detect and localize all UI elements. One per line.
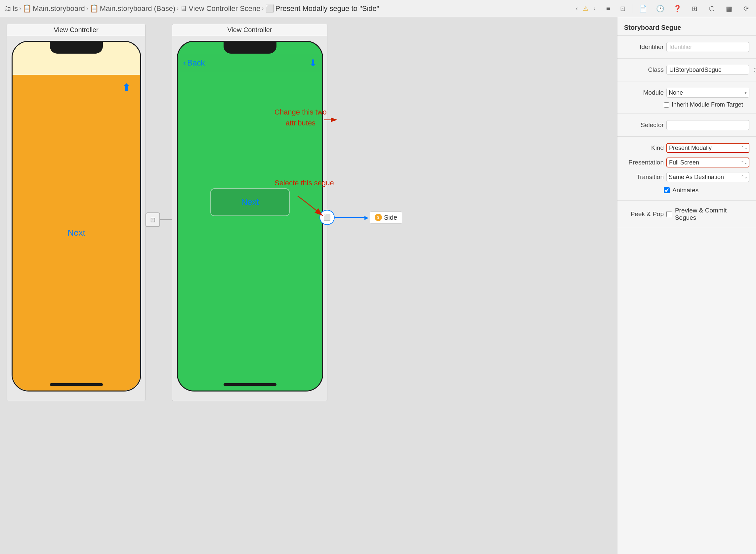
annotation-change-attributes: Change this twoattributes [274, 107, 327, 128]
transition-select[interactable]: Same As Destination Cover Vertical Flip … [667, 172, 749, 182]
breadcrumb-item-3[interactable]: 📋 Main.storyboard (Base) [89, 4, 176, 13]
module-label: Module [624, 89, 664, 96]
section-selector: Selector [617, 114, 756, 137]
row-inherit: Inherit Module From Target [617, 100, 756, 110]
section-module: Module None Inherit Module From Target [617, 81, 756, 114]
breadcrumb-sep-2: › [86, 5, 88, 12]
row-identifier: Identifier [617, 40, 756, 54]
selector-label: Selector [624, 121, 664, 129]
vc-left-title: View Controller [7, 24, 145, 36]
vc-scene-icon: 🖥 [180, 4, 187, 13]
annotation-select-segue: Selecte this segue [274, 179, 334, 187]
segue-circle-blue[interactable]: ⬜ [319, 210, 335, 225]
class-row: ⬡ ▾ [667, 65, 756, 75]
library-icon[interactable]: ⊞ [689, 3, 700, 14]
destination-icon: S [375, 214, 382, 221]
section-peek-pop: Peek & Pop Preview & Commit Segues [617, 201, 756, 228]
inherit-label: Inherit Module From Target [672, 101, 743, 108]
phone-nav-bar: ‹ Back ⬇ [178, 54, 322, 72]
breadcrumb-sep-3: › [177, 5, 179, 12]
animates-checkbox[interactable] [664, 187, 670, 193]
row-module: Module None [617, 86, 756, 100]
phone-mockup-left: Next ⬆ [12, 41, 141, 391]
segue-right-arrow: ⬜ ▶ S Side [319, 210, 402, 225]
section-class: Class ⬡ ▾ [617, 59, 756, 81]
identifier-input[interactable] [667, 42, 749, 52]
peek-pop-checkbox[interactable] [667, 211, 672, 217]
home-indicator-left [50, 383, 103, 386]
toolbar-icons: 📄 🕐 ❓ ⊞ ⬡ ▦ ⟳ [637, 3, 752, 14]
storyboard-icon-2: 📋 [89, 4, 99, 13]
section-identifier: Identifier [617, 36, 756, 59]
nav-back-button[interactable]: ‹ [572, 4, 582, 13]
phone-notch-left [50, 42, 103, 54]
next-button-center[interactable]: Next [210, 188, 290, 216]
row-transition: Transition Same As Destination Cover Ver… [617, 170, 756, 184]
vc-center-title: View Controller [172, 24, 327, 36]
warning-icon: ⚠ [583, 5, 588, 12]
clock-icon[interactable]: 🕐 [654, 3, 666, 14]
transition-select-wrapper: Same As Destination Cover Vertical Flip … [667, 172, 749, 182]
folder-icon: 🗂 [4, 4, 11, 13]
animates-label: Animates [672, 187, 698, 194]
help-icon[interactable]: ❓ [671, 3, 683, 14]
peek-pop-label: Peek & Pop [624, 211, 664, 218]
breadcrumb-sep-4: › [262, 5, 264, 12]
toolbar-nav: ‹ ⚠ › [572, 4, 600, 13]
transition-label: Transition [624, 173, 664, 181]
home-indicator-center [224, 383, 276, 386]
segue-icon: ⬜ [265, 4, 274, 13]
right-panel: Storyboard Segue Identifier Class ⬡ ▾ Mo [617, 17, 756, 554]
lines-icon[interactable]: ≡ [602, 3, 614, 14]
vc-center-box: View Controller ‹ Back ⬇ Next [172, 24, 327, 401]
presentation-select-wrapper: Full Screen Page Sheet Form Sheet Curren… [667, 158, 749, 167]
presentation-label: Presentation [624, 159, 664, 166]
segue-box-left: ⊡ [145, 213, 160, 227]
breadcrumb-item-4[interactable]: 🖥 View Controller Scene [180, 4, 260, 13]
breadcrumb-item-5[interactable]: ⬜ Present Modally segue to "Side" [265, 4, 379, 13]
phone-notch-center [224, 42, 276, 54]
selector-input[interactable] [667, 120, 749, 130]
toolbar: 🗂 ls › 📋 Main.storyboard › 📋 Main.storyb… [0, 0, 756, 17]
xcode-icon[interactable]: ⬡ [706, 3, 718, 14]
phone-mockup-center: ‹ Back ⬇ Next [177, 41, 323, 391]
refresh-icon[interactable]: ⟳ [740, 3, 752, 14]
kind-select[interactable]: Present Modally Show (e.g. Push) Show De… [667, 143, 749, 153]
row-presentation: Presentation Full Screen Page Sheet Form… [617, 155, 756, 170]
class-nav-icon[interactable]: ⬡ [751, 65, 756, 74]
new-file-icon[interactable]: 📄 [637, 3, 649, 14]
segue-arrow-blue: ▶ [365, 214, 368, 221]
kind-select-wrapper: Present Modally Show (e.g. Push) Show De… [667, 143, 749, 153]
class-input[interactable] [667, 65, 749, 75]
kind-label: Kind [624, 144, 664, 152]
phone-body-center-green [178, 42, 322, 390]
row-peek-pop: Peek & Pop Preview & Commit Segues [617, 205, 756, 224]
breadcrumb-item-1[interactable]: 🗂 ls [4, 4, 18, 13]
peek-pop-text: Preview & Commit Segues [675, 207, 749, 221]
expand-icon[interactable]: ⊡ [617, 3, 629, 14]
inherit-checkbox[interactable] [664, 102, 669, 108]
phone-body-left-orange: Next [13, 75, 140, 390]
breadcrumb-item-2[interactable]: 📋 Main.storyboard [22, 4, 85, 13]
breadcrumb-sep-1: › [19, 5, 21, 12]
chevron-left-icon: ‹ [183, 58, 186, 67]
presentation-select[interactable]: Full Screen Page Sheet Form Sheet Curren… [667, 158, 749, 167]
segue-destination: S Side [370, 212, 402, 224]
row-class: Class ⬡ ▾ [617, 63, 756, 77]
segue-line-blue [335, 217, 365, 218]
download-icon-center: ⬇ [309, 58, 317, 68]
destination-label: Side [384, 214, 397, 221]
storyboard-icon-1: 📋 [22, 4, 32, 13]
back-button-center: ‹ Back [183, 58, 205, 67]
canvas-area: View Controller Next ⬆ ⊡ ▶ View Controll… [0, 17, 617, 554]
breadcrumb: 🗂 ls › 📋 Main.storyboard › 📋 Main.storyb… [4, 4, 379, 13]
next-label-left: Next [67, 228, 85, 238]
section-kind: Kind Present Modally Show (e.g. Push) Sh… [617, 137, 756, 201]
nav-forward-button[interactable]: › [590, 4, 600, 13]
grid-icon[interactable]: ▦ [723, 3, 735, 14]
row-kind: Kind Present Modally Show (e.g. Push) Sh… [617, 141, 756, 155]
module-select[interactable]: None [667, 88, 749, 98]
identifier-label: Identifier [624, 43, 664, 51]
vc-left-box: View Controller Next ⬆ [7, 24, 145, 401]
panel-title: Storyboard Segue [617, 17, 756, 36]
